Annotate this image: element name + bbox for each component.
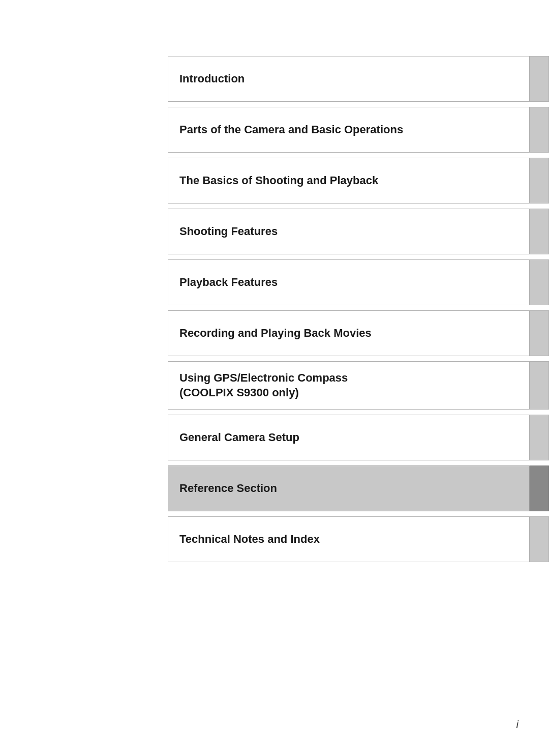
toc-item-main-reference-section: Reference Section: [168, 466, 530, 511]
toc-item-parts-camera[interactable]: Parts of the Camera and Basic Operations: [168, 107, 549, 153]
toc-label-shooting-features: Shooting Features: [179, 224, 278, 239]
toc-item-main-recording-movies: Recording and Playing Back Movies: [168, 310, 530, 356]
toc-item-recording-movies[interactable]: Recording and Playing Back Movies: [168, 310, 549, 356]
toc-tab-playback-features: [530, 259, 549, 305]
page-container: Introduction Parts of the Camera and Bas…: [0, 0, 549, 756]
toc-item-main-basics-shooting: The Basics of Shooting and Playback: [168, 158, 530, 203]
toc-label-recording-movies: Recording and Playing Back Movies: [179, 326, 372, 341]
toc-item-basics-shooting[interactable]: The Basics of Shooting and Playback: [168, 158, 549, 203]
toc-item-main-shooting-features: Shooting Features: [168, 209, 530, 254]
page-number: i: [516, 719, 518, 731]
toc-item-main-playback-features: Playback Features: [168, 259, 530, 305]
toc-item-gps-compass[interactable]: Using GPS/Electronic Compass (COOLPIX S9…: [168, 361, 549, 410]
toc-tab-shooting-features: [530, 209, 549, 254]
toc-label-playback-features: Playback Features: [179, 275, 278, 290]
toc-label-basics-shooting: The Basics of Shooting and Playback: [179, 173, 378, 188]
toc-tab-technical-notes: [530, 516, 549, 562]
toc-item-main-camera-setup: General Camera Setup: [168, 415, 530, 460]
toc-item-shooting-features[interactable]: Shooting Features: [168, 209, 549, 254]
toc-item-reference-section[interactable]: Reference Section: [168, 466, 549, 511]
toc-label-camera-setup: General Camera Setup: [179, 430, 299, 445]
toc-container: Introduction Parts of the Camera and Bas…: [168, 56, 549, 567]
toc-item-camera-setup[interactable]: General Camera Setup: [168, 415, 549, 460]
toc-tab-introduction: [530, 56, 549, 102]
toc-tab-basics-shooting: [530, 158, 549, 203]
toc-tab-parts-camera: [530, 107, 549, 153]
toc-item-main-gps-compass: Using GPS/Electronic Compass (COOLPIX S9…: [168, 361, 530, 410]
toc-label-gps-compass: Using GPS/Electronic Compass (COOLPIX S9…: [179, 371, 348, 400]
toc-item-main-parts-camera: Parts of the Camera and Basic Operations: [168, 107, 530, 153]
toc-item-introduction[interactable]: Introduction: [168, 56, 549, 102]
toc-tab-camera-setup: [530, 415, 549, 460]
toc-tab-reference-section: [530, 466, 549, 511]
toc-label-parts-camera: Parts of the Camera and Basic Operations: [179, 123, 403, 137]
toc-item-technical-notes[interactable]: Technical Notes and Index: [168, 516, 549, 562]
toc-label-introduction: Introduction: [179, 72, 245, 86]
toc-item-main-technical-notes: Technical Notes and Index: [168, 516, 530, 562]
toc-item-main-introduction: Introduction: [168, 56, 530, 102]
toc-tab-recording-movies: [530, 310, 549, 356]
toc-label-reference-section: Reference Section: [179, 481, 277, 496]
toc-item-playback-features[interactable]: Playback Features: [168, 259, 549, 305]
toc-tab-gps-compass: [530, 361, 549, 410]
toc-label-technical-notes: Technical Notes and Index: [179, 532, 320, 547]
